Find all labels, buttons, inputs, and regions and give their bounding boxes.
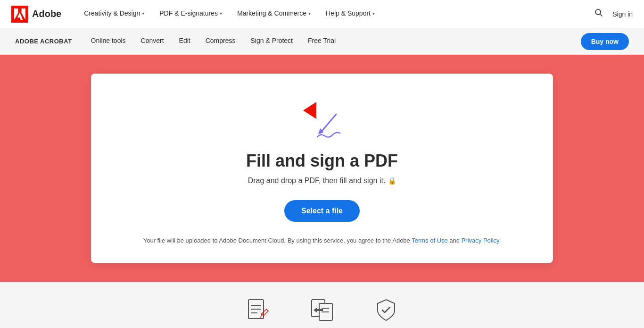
nav-item-marketing[interactable]: Marketing & Commerce ▾ [230, 0, 318, 28]
sec-nav-edit[interactable]: Edit [172, 28, 198, 55]
feature-protect [373, 297, 399, 323]
nav-item-pdf[interactable]: PDF & E-signatures ▾ [152, 0, 230, 28]
pen-signature-icon [312, 106, 346, 140]
nav-item-help[interactable]: Help & Support ▾ [318, 0, 382, 28]
disclaimer-prefix: Your file will be uploaded to Adobe Docu… [143, 237, 412, 244]
terms-of-use-link[interactable]: Terms of Use [412, 237, 448, 244]
chevron-down-icon: ▾ [308, 11, 311, 16]
search-icon [594, 8, 603, 17]
sec-nav-sign-protect[interactable]: Sign & Protect [243, 28, 301, 55]
hero-section: Fill and sign a PDF Drag and drop a PDF,… [0, 55, 644, 282]
chevron-down-icon: ▾ [372, 11, 375, 16]
chevron-down-icon: ▾ [220, 11, 222, 16]
top-nav-links: Creativity & Design ▾ PDF & E-signatures… [76, 0, 382, 28]
lock-icon: 🔒 [388, 177, 396, 185]
privacy-policy-link[interactable]: Privacy Policy [462, 237, 499, 244]
hero-icon-area [298, 97, 346, 140]
shield-check-icon [374, 298, 398, 322]
features-section [0, 282, 644, 328]
feature-fill [245, 297, 271, 323]
adobe-logo-icon [11, 6, 28, 23]
edit-pdf-icon [246, 298, 270, 322]
nav-item-pdf-label: PDF & E-signatures [159, 9, 218, 17]
sec-nav-compress[interactable]: Compress [198, 28, 243, 55]
hero-card: Fill and sign a PDF Drag and drop a PDF,… [91, 74, 553, 263]
feature-convert [309, 297, 335, 323]
adobe-logo-text: Adobe [32, 8, 61, 19]
sec-nav-free-trial[interactable]: Free Trial [300, 28, 343, 55]
nav-item-help-label: Help & Support [326, 9, 371, 17]
convert-pdf-icon [310, 298, 334, 322]
nav-item-marketing-label: Marketing & Commerce [237, 9, 306, 17]
search-button[interactable] [594, 8, 603, 19]
convert-icon-wrap [309, 297, 335, 323]
hero-subtitle-text: Drag and drop a PDF, then fill and sign … [248, 177, 386, 185]
top-navigation: Adobe Creativity & Design ▾ PDF & E-sign… [0, 0, 644, 28]
sec-nav-right: Buy now [581, 33, 629, 50]
hero-title: Fill and sign a PDF [246, 151, 398, 171]
disclaimer-and: and [448, 237, 462, 244]
hero-subtitle: Drag and drop a PDF, then fill and sign … [248, 177, 396, 185]
nav-item-creativity[interactable]: Creativity & Design ▾ [76, 0, 152, 28]
acrobat-brand-label: ADOBE ACROBAT [15, 38, 72, 45]
sec-nav-convert[interactable]: Convert [133, 28, 172, 55]
secondary-navigation: ADOBE ACROBAT Online tools Convert Edit … [0, 28, 644, 55]
svg-line-3 [320, 114, 336, 133]
sign-in-button[interactable]: Sign in [612, 10, 633, 18]
disclaimer-suffix: . [499, 237, 501, 244]
svg-line-9 [261, 314, 262, 318]
adobe-logo-link[interactable]: Adobe [11, 6, 61, 23]
top-nav-left: Adobe Creativity & Design ▾ PDF & E-sign… [11, 0, 382, 28]
hero-disclaimer: Your file will be uploaded to Adobe Docu… [143, 237, 501, 244]
nav-item-creativity-label: Creativity & Design [84, 9, 140, 17]
top-nav-right: Sign in [594, 8, 633, 19]
chevron-down-icon: ▾ [142, 11, 144, 16]
svg-line-2 [600, 14, 603, 17]
select-file-button[interactable]: Select a file [284, 200, 360, 222]
shield-icon-wrap [373, 297, 399, 323]
sec-nav-online-tools[interactable]: Online tools [83, 28, 133, 55]
fill-pdf-icon-wrap [245, 297, 271, 323]
buy-now-button[interactable]: Buy now [581, 33, 629, 50]
